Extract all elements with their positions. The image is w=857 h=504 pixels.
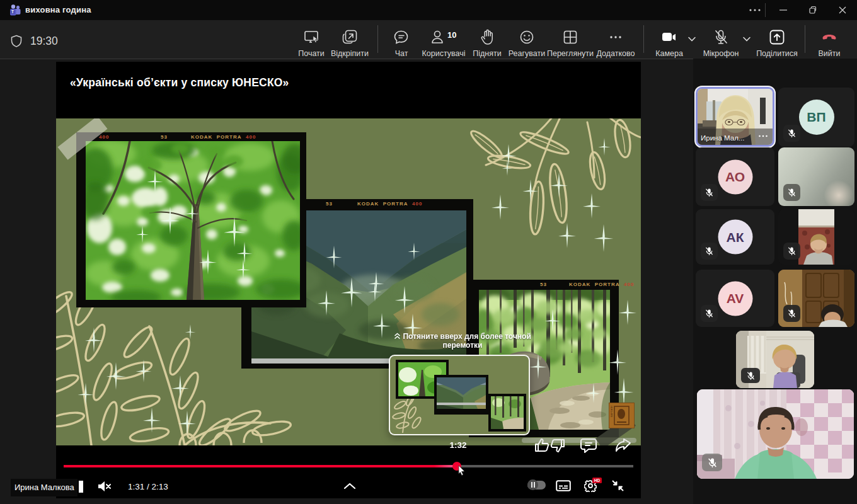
svg-text:T: T (11, 9, 14, 14)
svg-text:КАРПАТИ: КАРПАТИ (610, 406, 613, 417)
svg-text:10: 10 (447, 30, 456, 40)
